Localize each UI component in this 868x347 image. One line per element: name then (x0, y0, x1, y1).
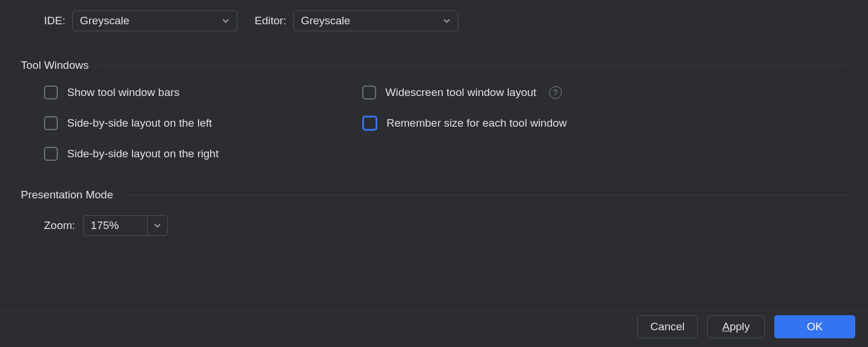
chevron-down-icon (222, 17, 230, 25)
tool-windows-title: Tool Windows (21, 59, 89, 72)
ide-select[interactable]: Greyscale (72, 10, 237, 31)
checkbox-icon[interactable] (362, 86, 376, 99)
editor-select[interactable]: Greyscale (293, 10, 458, 31)
checkbox-remember-size[interactable]: Remember size for each tool window (362, 116, 847, 131)
ide-select-value: Greyscale (80, 14, 130, 27)
checkbox-icon[interactable] (44, 116, 58, 130)
checkbox-label: Widescreen tool window layout (385, 86, 536, 99)
checkbox-label: Side-by-side layout on the right (67, 147, 219, 160)
cancel-button[interactable]: Cancel (637, 315, 698, 338)
apply-button[interactable]: Apply (707, 315, 765, 338)
checkbox-side-by-side-right[interactable]: Side-by-side layout on the right (44, 147, 362, 161)
checkbox-label: Remember size for each tool window (387, 117, 567, 130)
checkbox-side-by-side-left[interactable]: Side-by-side layout on the left (44, 116, 362, 131)
checkbox-icon[interactable] (362, 116, 377, 131)
checkbox-label: Side-by-side layout on the left (67, 117, 212, 130)
help-icon[interactable]: ? (549, 86, 562, 99)
checkbox-show-tool-window-bars[interactable]: Show tool window bars (44, 86, 362, 99)
presentation-mode-title: Presentation Mode (21, 189, 113, 201)
presentation-mode-section-header: Presentation Mode (21, 189, 847, 201)
divider (123, 195, 848, 195)
apply-mnemonic: A (722, 320, 730, 333)
editor-label: Editor: (255, 14, 286, 27)
zoom-dropdown-button[interactable] (147, 215, 168, 236)
zoom-label: Zoom: (44, 219, 75, 232)
checkbox-widescreen-layout[interactable]: Widescreen tool window layout ? (362, 86, 847, 99)
ide-select-group: IDE: Greyscale (44, 10, 237, 31)
divider (98, 65, 847, 66)
chevron-down-icon (443, 17, 451, 25)
ok-button[interactable]: OK (774, 315, 855, 338)
checkbox-icon[interactable] (44, 147, 58, 161)
editor-select-group: Editor: Greyscale (255, 10, 458, 31)
zoom-combobox[interactable]: 175% (83, 215, 168, 236)
checkbox-label: Show tool window bars (67, 86, 179, 99)
dialog-footer: Cancel Apply OK (0, 305, 868, 347)
tool-windows-section-header: Tool Windows (21, 59, 847, 72)
checkbox-icon[interactable] (44, 86, 58, 99)
editor-select-value: Greyscale (301, 14, 351, 27)
apply-rest: pply (730, 320, 750, 333)
chevron-down-icon (153, 222, 161, 230)
zoom-input[interactable]: 175% (83, 215, 147, 236)
ide-label: IDE: (44, 14, 65, 27)
